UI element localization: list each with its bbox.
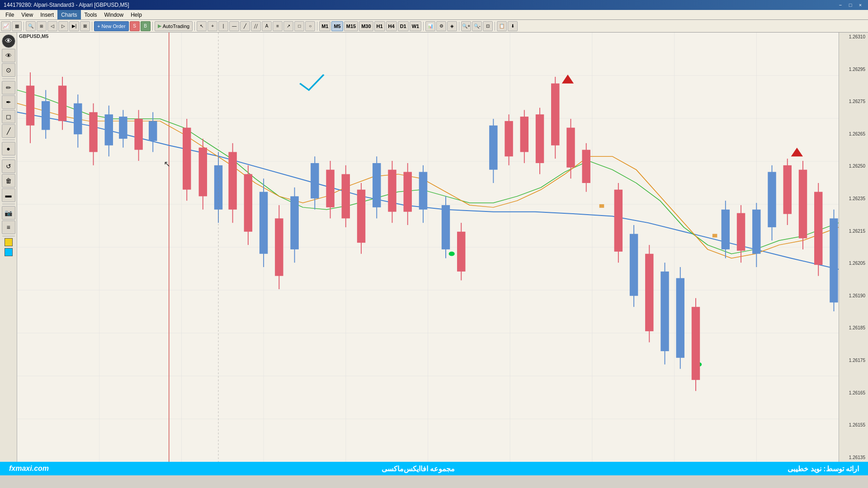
minimize-button[interactable]: − [836,1,844,9]
list-tool[interactable]: ≡ [2,221,15,234]
main-content: 👁 👁 ⊙ ✏ ✒ ◻ ╱ ● ↺ 🗑 ▬ 📷 ≡ GBPUSD,M5 [0,33,868,462]
svg-rect-70 [388,170,396,212]
svg-rect-100 [660,272,669,351]
banner-left: fxmaxi.com [9,465,49,473]
price-label-6: 1.26235 [840,196,867,201]
autotrading-button[interactable]: ▶ AutoTrading [155,21,193,31]
tf-h4[interactable]: H4 [386,21,397,31]
objects-button[interactable]: ◈ [447,21,457,31]
menubar: File View Insert Charts Tools Window Hel… [0,10,868,20]
minus-tool[interactable]: ▬ [2,188,15,202]
scroll-end-button[interactable]: ▶| [69,21,79,31]
color-cyan[interactable] [5,248,13,256]
chart-type-button[interactable]: ▦ [12,21,22,31]
svg-rect-50 [228,152,236,209]
price-label-2: 1.26295 [840,67,867,72]
price-label-4: 1.26265 [840,131,867,136]
chart-symbol: GBPUSD,M5 [19,33,48,39]
tf-m15[interactable]: M15 [344,21,358,31]
lasso-tool[interactable]: ⊙ [2,63,15,77]
price-axis: 1.26310 1.26295 1.26275 1.26265 1.26250 … [839,33,868,462]
svg-rect-92 [582,150,590,183]
svg-rect-118 [814,192,822,265]
new-order-button[interactable]: + New Order [94,21,129,31]
menu-insert[interactable]: Insert [37,10,57,19]
eye-circle-tool[interactable]: 👁 [2,34,15,48]
scroll-left-button[interactable]: ◁ [47,21,57,31]
close-button[interactable]: × [856,1,864,9]
svg-rect-120 [830,218,838,302]
svg-rect-86 [536,114,544,163]
svg-rect-76 [442,205,450,249]
svg-rect-68 [373,163,381,207]
price-label-3: 1.26275 [840,99,867,104]
maximize-button[interactable]: □ [846,1,854,9]
buy-button[interactable]: B [141,21,151,31]
pen-tool[interactable]: ✒ [2,95,15,109]
fit-button[interactable]: ⊡ [483,21,493,31]
new-chart-button[interactable]: 📈 [1,21,11,31]
expert-button[interactable]: ⚙ [436,21,446,31]
trendline-button[interactable]: ╱ [240,21,250,31]
undo-tool[interactable]: ↺ [2,160,15,173]
delete-tool[interactable]: 🗑 [2,174,15,188]
scroll-right-button[interactable]: ▷ [58,21,68,31]
menu-file[interactable]: File [2,10,18,19]
tf-h1[interactable]: H1 [374,21,385,31]
svg-rect-43 [183,128,191,190]
chart-area[interactable]: GBPUSD,M5 [17,33,839,462]
svg-rect-114 [783,165,792,214]
crosshair-button[interactable]: + [208,21,217,31]
svg-rect-31 [74,103,82,135]
svg-rect-96 [630,234,638,296]
titlebar: 144179280: Alpari-Standard3 - Alpari [GB… [0,0,868,10]
line-tool[interactable]: ╱ [2,124,15,138]
left-toolbar: 👁 👁 ⊙ ✏ ✒ ◻ ╱ ● ↺ 🗑 ▬ 📷 ≡ [0,33,17,462]
dot-tool[interactable]: ● [2,142,15,155]
menu-view[interactable]: View [18,10,37,19]
zoom-in2[interactable]: 🔍+ [461,21,471,31]
tf-w1[interactable]: W1 [410,21,422,31]
eraser-tool[interactable]: ◻ [2,110,15,123]
zoom-in-button[interactable]: 🔍 [26,21,36,31]
title-text: 144179280: Alpari-Standard3 - Alpari [GB… [4,2,129,8]
tf-m30[interactable]: M30 [359,21,373,31]
arrow-button[interactable]: ↗ [283,21,293,31]
hline-button[interactable]: — [229,21,239,31]
channel-button[interactable]: ⧸⧸ [251,21,261,31]
lines-button[interactable]: ≡ [273,21,283,31]
camera-tool[interactable]: 📷 [2,206,15,220]
download-button[interactable]: ⬇ [508,21,518,31]
menu-help[interactable]: Help [127,10,146,19]
tf-m5[interactable]: M5 [331,21,343,31]
indicators-button[interactable]: 📊 [425,21,435,31]
svg-rect-78 [457,232,465,272]
menu-tools[interactable]: Tools [81,10,101,19]
history-button[interactable]: 📋 [497,21,507,31]
svg-rect-37 [119,117,127,139]
price-label-13: 1.26155 [840,422,867,427]
svg-rect-84 [520,117,528,152]
rect-button[interactable]: □ [294,21,304,31]
svg-rect-122 [712,234,717,238]
price-label-7: 1.26215 [840,229,867,234]
period-sep-button[interactable]: ⊞ [37,21,47,31]
svg-rect-56 [275,218,283,276]
text-button[interactable]: A [262,21,272,31]
price-label-14: 1.26135 [840,455,867,460]
ellipse-button[interactable]: ○ [305,21,315,31]
menu-window[interactable]: Window [101,10,127,19]
color-yellow[interactable] [5,238,13,246]
zoom-button[interactable]: ⊠ [80,21,90,31]
pencil-tool[interactable]: ✏ [2,81,15,94]
eye-tool[interactable]: 👁 [2,49,15,62]
svg-rect-33 [89,112,97,152]
menu-charts[interactable]: Charts [57,10,80,19]
vline-button[interactable]: | [218,21,228,31]
cursor-button[interactable]: ↖ [197,21,207,31]
tf-d1[interactable]: D1 [398,21,409,31]
svg-rect-27 [42,101,50,130]
tf-m1[interactable]: M1 [319,21,330,31]
sell-button[interactable]: S [130,21,140,31]
zoom-out2[interactable]: 🔍- [472,21,482,31]
